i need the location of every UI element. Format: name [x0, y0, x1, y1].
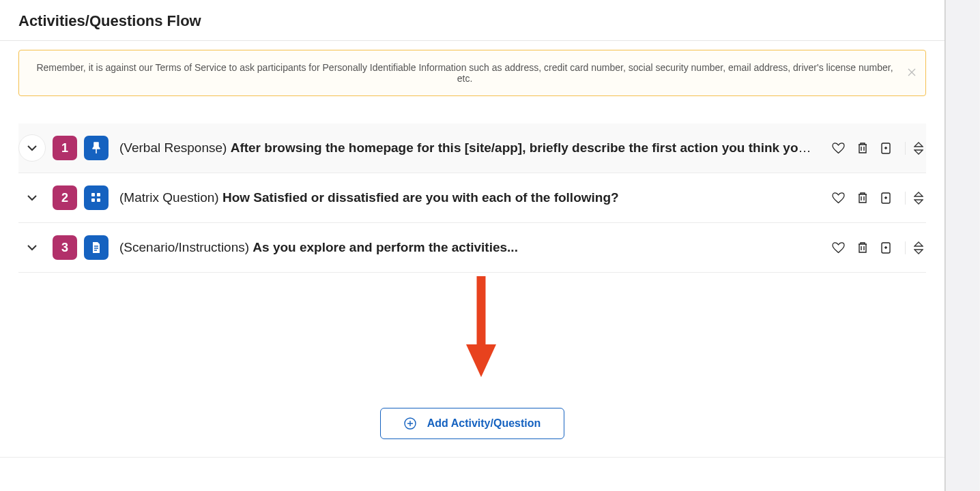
pin-icon [84, 136, 109, 160]
question-title: As you explore and perform the activitie… [253, 240, 518, 254]
question-title: After browsing the homepage for this [si… [231, 140, 818, 155]
sort-controls [905, 142, 923, 155]
move-up-icon[interactable] [914, 241, 923, 248]
row-actions [825, 192, 926, 205]
chevron-down-icon[interactable] [18, 234, 46, 261]
sort-controls [905, 192, 923, 205]
questions-list: 1 (Verbal Response) After browsing the h… [0, 123, 945, 273]
question-number-badge: 2 [53, 185, 77, 210]
heart-icon[interactable] [832, 192, 845, 204]
matrix-icon [84, 185, 109, 210]
copy-icon[interactable] [880, 241, 891, 254]
move-down-icon[interactable] [914, 248, 923, 254]
question-row[interactable]: 1 (Verbal Response) After browsing the h… [18, 123, 926, 173]
chevron-down-icon[interactable] [18, 184, 46, 211]
trash-icon[interactable] [857, 142, 868, 154]
chevron-down-icon[interactable] [18, 134, 46, 162]
alert-box: Remember, it is against our Terms of Ser… [18, 50, 926, 96]
sort-controls [905, 241, 923, 254]
row-actions [825, 142, 926, 155]
alert-text: Remember, it is against our Terms of Ser… [31, 62, 898, 84]
question-type-label: (Matrix Question) [119, 190, 219, 205]
question-text: (Scenario/Instructions) As you explore a… [115, 240, 818, 255]
content-wrapper: Activities/Questions Flow Remember, it i… [0, 0, 945, 491]
page-wrapper: Activities/Questions Flow Remember, it i… [0, 0, 945, 491]
copy-icon[interactable] [880, 142, 891, 154]
row-actions [825, 241, 926, 254]
question-row[interactable]: 2 (Matrix Question) How Satisfied or dis… [18, 173, 926, 223]
question-title: How Satisfied or dissatisfied are you wi… [222, 190, 619, 205]
page-title: Activities/Questions Flow [18, 12, 926, 30]
add-section: Add Activity/Question [0, 273, 945, 458]
question-number-badge: 1 [53, 136, 77, 160]
question-text: (Matrix Question) How Satisfied or dissa… [115, 190, 818, 205]
heart-icon[interactable] [832, 143, 845, 154]
question-row[interactable]: 3 (Scenario/Instructions) As you explore… [18, 223, 926, 273]
add-activity-button[interactable]: Add Activity/Question [380, 408, 565, 439]
add-button-label: Add Activity/Question [427, 417, 541, 430]
svg-rect-3 [91, 198, 95, 202]
move-up-icon[interactable] [914, 142, 923, 148]
svg-rect-1 [91, 193, 95, 196]
question-type-label: (Verbal Response) [119, 140, 227, 155]
trash-icon[interactable] [857, 241, 868, 254]
move-up-icon[interactable] [914, 192, 923, 198]
move-down-icon[interactable] [914, 198, 923, 205]
heart-icon[interactable] [832, 242, 845, 254]
question-number-badge: 3 [53, 235, 77, 260]
svg-rect-4 [97, 198, 100, 202]
close-icon[interactable] [908, 68, 916, 78]
move-down-icon[interactable] [914, 149, 923, 155]
document-icon [84, 235, 109, 260]
trash-icon[interactable] [857, 192, 868, 204]
question-type-label: (Scenario/Instructions) [119, 240, 249, 254]
plus-circle-icon [404, 417, 416, 430]
header: Activities/Questions Flow [0, 0, 945, 41]
right-gutter [945, 0, 979, 491]
question-text: (Verbal Response) After browsing the hom… [115, 140, 818, 155]
copy-icon[interactable] [880, 192, 891, 204]
svg-rect-2 [97, 193, 100, 196]
